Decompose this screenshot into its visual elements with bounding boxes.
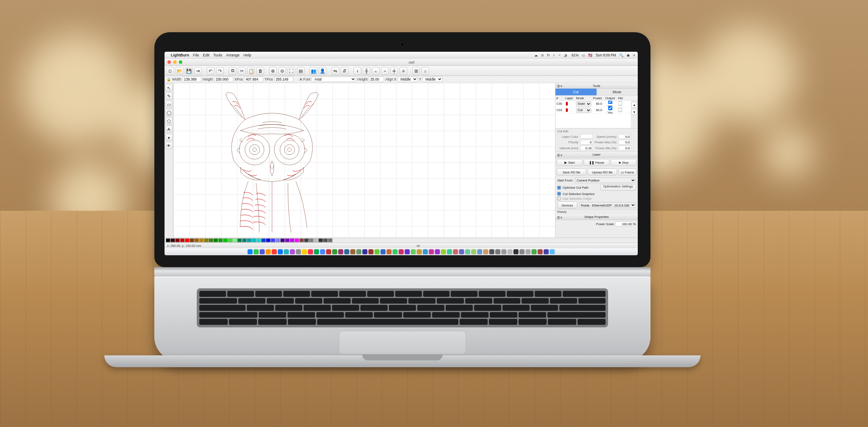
layer-output-checkbox[interactable] [608, 106, 612, 110]
preview-icon[interactable]: ▤ [297, 67, 304, 75]
dock-app-icon[interactable] [344, 249, 349, 254]
delete-icon[interactable]: 🗑 [257, 67, 264, 75]
dock-app-icon[interactable] [538, 249, 543, 254]
dock-app-icon[interactable] [483, 249, 488, 254]
font-select[interactable]: Arial [312, 77, 356, 82]
layer-hide-checkbox[interactable] [618, 108, 622, 112]
color-swatch[interactable] [237, 238, 242, 242]
dock-app-icon[interactable] [260, 249, 265, 254]
text-tool-icon[interactable]: A [165, 126, 173, 133]
tab-move[interactable]: Move [597, 89, 638, 95]
dock-app-icon[interactable] [393, 249, 398, 254]
volume-icon[interactable]: 🔉 [564, 53, 569, 57]
settings-gear-icon[interactable]: ☼ [421, 67, 429, 75]
array-grid-icon[interactable]: ⊞ [412, 67, 420, 75]
interval-input[interactable] [580, 145, 593, 150]
dock-app-icon[interactable] [550, 249, 555, 254]
flip-h-icon[interactable]: ⇋ [332, 67, 339, 75]
dock-app-icon[interactable] [387, 249, 392, 254]
dock-app-icon[interactable] [519, 249, 525, 254]
dock-app-icon[interactable] [248, 249, 253, 254]
color-swatch[interactable] [242, 238, 247, 242]
zoom-in-icon[interactable]: ⊕ [269, 67, 277, 75]
color-swatch[interactable] [314, 238, 318, 242]
align-top-icon[interactable]: ⫟ [381, 67, 389, 75]
dock-app-icon[interactable] [290, 249, 295, 254]
zoom-window-button[interactable] [179, 60, 182, 64]
close-window-button[interactable] [167, 60, 171, 64]
dock-app-icon[interactable] [326, 249, 331, 254]
dock-app-icon[interactable] [489, 249, 494, 254]
color-swatch[interactable] [261, 238, 266, 242]
dock-app-icon[interactable] [532, 249, 537, 254]
width-input[interactable] [182, 77, 201, 82]
layer-row[interactable]: C00 Scan 80.0 Yes [555, 101, 631, 107]
layer-color-swatch[interactable] [566, 102, 568, 106]
color-swatch[interactable] [295, 238, 299, 242]
color-swatch[interactable] [252, 238, 257, 242]
battery-icon[interactable]: ▭ [582, 53, 585, 57]
color-swatch[interactable] [323, 238, 328, 242]
minimize-window-button[interactable] [173, 60, 176, 64]
layer-mode-select[interactable]: Cut [576, 108, 592, 113]
draw-line-tool-icon[interactable]: ✎ [165, 92, 173, 100]
siri-icon[interactable]: ◉ [627, 53, 630, 57]
align-right-icon[interactable]: ⫠ [372, 67, 380, 75]
dock-app-icon[interactable] [363, 249, 368, 254]
color-swatch[interactable] [209, 238, 213, 242]
bluetooth-icon[interactable]: ᚼ [553, 53, 555, 57]
zoom-out-icon[interactable]: ⊖ [279, 67, 286, 75]
wifi-icon[interactable]: ⌔ [558, 53, 561, 57]
dock-app-icon[interactable] [314, 249, 319, 254]
paste-icon[interactable]: 📋 [247, 67, 255, 75]
zoom-fit-icon[interactable]: ⛶ [287, 67, 295, 75]
rectangle-tool-icon[interactable]: ▭ [165, 101, 173, 108]
menu-tools[interactable]: Tools [213, 53, 222, 58]
layer-row[interactable]: C03 Cut 80.0 Yes [555, 107, 631, 114]
group-icon[interactable]: 👥 [310, 67, 317, 75]
save-icon[interactable]: 💾 [185, 67, 193, 75]
color-swatch[interactable] [285, 238, 290, 242]
redo-icon[interactable]: ↷ [216, 67, 224, 75]
color-swatch[interactable] [180, 238, 185, 242]
powermax-input[interactable] [618, 140, 631, 144]
optimize-checkbox[interactable] [557, 186, 561, 189]
ypos-input[interactable] [274, 77, 293, 82]
color-swatch[interactable] [276, 238, 280, 242]
dock-app-icon[interactable] [465, 249, 470, 254]
color-swatch[interactable] [309, 238, 314, 242]
dock-app-icon[interactable] [525, 249, 530, 254]
offset-tool-icon[interactable]: ♦ [165, 134, 173, 141]
dock-app-icon[interactable] [272, 249, 277, 254]
dock-app-icon[interactable] [368, 249, 374, 254]
dock-app-icon[interactable] [447, 249, 452, 254]
dock-app-icon[interactable] [338, 249, 343, 254]
notification-center-icon[interactable]: ≡ [633, 53, 635, 57]
color-swatch[interactable] [214, 238, 218, 242]
color-swatch[interactable] [166, 238, 170, 242]
dock-app-icon[interactable] [380, 249, 385, 254]
layer-move-down-button[interactable]: ▼ [631, 109, 637, 115]
edit-nodes-tool-icon[interactable]: 👁 [165, 142, 173, 149]
dock-app-icon[interactable] [399, 249, 404, 254]
dock-app-icon[interactable] [544, 249, 549, 254]
color-swatch[interactable] [328, 238, 333, 242]
priority-input[interactable] [580, 140, 593, 144]
power-scale-input[interactable] [615, 221, 632, 226]
color-swatch[interactable] [318, 238, 323, 242]
dock-app-icon[interactable] [320, 249, 325, 254]
dock-app-icon[interactable] [296, 249, 301, 254]
select-tool-icon[interactable]: ↖ [165, 84, 173, 92]
dock-app-icon[interactable] [332, 249, 337, 254]
upload-rd-button[interactable]: Upload RD file [588, 168, 617, 176]
cut-icon[interactable]: ✂ [238, 67, 246, 75]
color-swatch[interactable] [247, 238, 251, 242]
dock-app-icon[interactable] [284, 249, 289, 254]
spotlight-icon[interactable]: 🔍 [619, 53, 624, 57]
dock-app-icon[interactable] [471, 249, 476, 254]
color-swatch[interactable] [170, 238, 175, 242]
powermin-input[interactable] [618, 145, 631, 150]
dock-app-icon[interactable] [411, 249, 416, 254]
speed-input[interactable] [618, 134, 631, 139]
undo-icon[interactable]: ↶ [207, 67, 215, 75]
